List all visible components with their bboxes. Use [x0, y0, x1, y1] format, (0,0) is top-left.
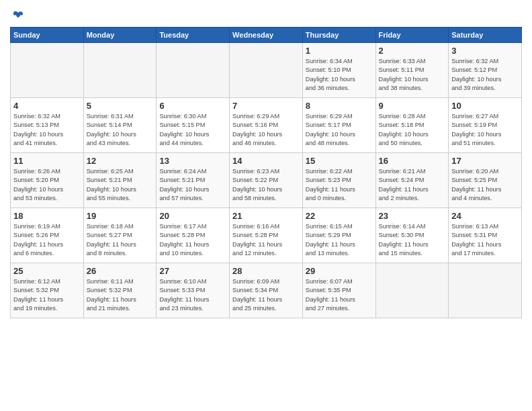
day-cell: 21Sunrise: 6:16 AM Sunset: 5:28 PM Dayli… [230, 208, 303, 263]
day-info: Sunrise: 6:17 AM Sunset: 5:28 PM Dayligh… [159, 222, 226, 258]
day-cell: 23Sunrise: 6:14 AM Sunset: 5:30 PM Dayli… [375, 208, 449, 263]
day-info: Sunrise: 6:18 AM Sunset: 5:27 PM Dayligh… [87, 222, 154, 258]
day-cell [11, 43, 84, 98]
day-info: Sunrise: 6:27 AM Sunset: 5:19 PM Dayligh… [451, 112, 519, 148]
week-row-2: 4Sunrise: 6:32 AM Sunset: 5:13 PM Daylig… [11, 98, 522, 153]
header-cell-monday: Monday [83, 28, 157, 43]
day-cell: 6Sunrise: 6:30 AM Sunset: 5:15 PM Daylig… [157, 98, 230, 153]
header-cell-saturday: Saturday [449, 28, 522, 43]
day-number: 4 [13, 101, 81, 111]
day-number: 21 [232, 211, 300, 221]
day-number: 26 [87, 266, 154, 276]
day-cell: 27Sunrise: 6:10 AM Sunset: 5:33 PM Dayli… [157, 263, 230, 318]
day-info: Sunrise: 6:21 AM Sunset: 5:24 PM Dayligh… [379, 167, 446, 203]
day-info: Sunrise: 6:32 AM Sunset: 5:12 PM Dayligh… [451, 57, 519, 93]
day-info: Sunrise: 6:13 AM Sunset: 5:31 PM Dayligh… [451, 222, 519, 258]
day-cell: 26Sunrise: 6:11 AM Sunset: 5:32 PM Dayli… [83, 263, 157, 318]
day-number: 20 [159, 211, 226, 221]
day-cell: 13Sunrise: 6:24 AM Sunset: 5:21 PM Dayli… [157, 153, 230, 208]
day-cell: 28Sunrise: 6:09 AM Sunset: 5:34 PM Dayli… [230, 263, 303, 318]
day-number: 25 [13, 266, 81, 276]
day-cell: 17Sunrise: 6:20 AM Sunset: 5:25 PM Dayli… [449, 153, 522, 208]
day-number: 18 [13, 211, 81, 221]
day-info: Sunrise: 6:30 AM Sunset: 5:15 PM Dayligh… [159, 112, 226, 148]
day-cell: 24Sunrise: 6:13 AM Sunset: 5:31 PM Dayli… [449, 208, 522, 263]
day-number: 9 [379, 101, 446, 111]
day-cell: 2Sunrise: 6:33 AM Sunset: 5:11 PM Daylig… [375, 43, 449, 98]
day-number: 13 [159, 156, 226, 166]
day-number: 8 [306, 101, 373, 111]
day-number: 1 [306, 46, 373, 56]
day-number: 3 [451, 46, 519, 56]
header-cell-sunday: Sunday [11, 28, 84, 43]
page-container: SundayMondayTuesdayWednesdayThursdayFrid… [0, 0, 532, 322]
day-info: Sunrise: 6:34 AM Sunset: 5:10 PM Dayligh… [306, 57, 373, 93]
day-info: Sunrise: 6:31 AM Sunset: 5:14 PM Dayligh… [87, 112, 154, 148]
header-row: SundayMondayTuesdayWednesdayThursdayFrid… [11, 28, 522, 43]
day-info: Sunrise: 6:29 AM Sunset: 5:16 PM Dayligh… [232, 112, 300, 148]
day-cell [375, 263, 449, 318]
day-cell: 14Sunrise: 6:23 AM Sunset: 5:22 PM Dayli… [230, 153, 303, 208]
day-info: Sunrise: 6:20 AM Sunset: 5:25 PM Dayligh… [451, 167, 519, 203]
day-info: Sunrise: 6:11 AM Sunset: 5:32 PM Dayligh… [87, 277, 154, 313]
logo [10, 9, 25, 23]
day-cell: 9Sunrise: 6:28 AM Sunset: 5:18 PM Daylig… [375, 98, 449, 153]
day-cell: 25Sunrise: 6:12 AM Sunset: 5:32 PM Dayli… [11, 263, 84, 318]
day-number: 15 [306, 156, 373, 166]
day-number: 23 [379, 211, 446, 221]
day-number: 22 [306, 211, 373, 221]
calendar-header: SundayMondayTuesdayWednesdayThursdayFrid… [11, 28, 522, 43]
day-number: 6 [159, 101, 226, 111]
week-row-4: 18Sunrise: 6:19 AM Sunset: 5:26 PM Dayli… [11, 208, 522, 263]
header-cell-thursday: Thursday [302, 28, 375, 43]
day-info: Sunrise: 6:12 AM Sunset: 5:32 PM Dayligh… [13, 277, 81, 313]
day-number: 5 [87, 101, 154, 111]
day-info: Sunrise: 6:10 AM Sunset: 5:33 PM Dayligh… [159, 277, 226, 313]
day-info: Sunrise: 6:24 AM Sunset: 5:21 PM Dayligh… [159, 167, 226, 203]
day-cell: 7Sunrise: 6:29 AM Sunset: 5:16 PM Daylig… [230, 98, 303, 153]
day-number: 14 [232, 156, 300, 166]
day-cell: 10Sunrise: 6:27 AM Sunset: 5:19 PM Dayli… [449, 98, 522, 153]
week-row-1: 1Sunrise: 6:34 AM Sunset: 5:10 PM Daylig… [11, 43, 522, 98]
day-number: 24 [451, 211, 519, 221]
day-cell: 29Sunrise: 6:07 AM Sunset: 5:35 PM Dayli… [302, 263, 375, 318]
day-info: Sunrise: 6:09 AM Sunset: 5:34 PM Dayligh… [232, 277, 300, 313]
day-info: Sunrise: 6:19 AM Sunset: 5:26 PM Dayligh… [13, 222, 81, 258]
day-info: Sunrise: 6:32 AM Sunset: 5:13 PM Dayligh… [13, 112, 81, 148]
day-number: 12 [87, 156, 154, 166]
day-cell: 19Sunrise: 6:18 AM Sunset: 5:27 PM Dayli… [83, 208, 157, 263]
day-cell: 18Sunrise: 6:19 AM Sunset: 5:26 PM Dayli… [11, 208, 84, 263]
week-row-3: 11Sunrise: 6:26 AM Sunset: 5:20 PM Dayli… [11, 153, 522, 208]
day-cell: 16Sunrise: 6:21 AM Sunset: 5:24 PM Dayli… [375, 153, 449, 208]
header-cell-wednesday: Wednesday [230, 28, 303, 43]
logo-bird-icon [11, 9, 25, 23]
day-cell [230, 43, 303, 98]
day-cell: 3Sunrise: 6:32 AM Sunset: 5:12 PM Daylig… [449, 43, 522, 98]
header [10, 7, 522, 23]
day-cell: 1Sunrise: 6:34 AM Sunset: 5:10 PM Daylig… [302, 43, 375, 98]
day-cell: 5Sunrise: 6:31 AM Sunset: 5:14 PM Daylig… [83, 98, 157, 153]
day-info: Sunrise: 6:33 AM Sunset: 5:11 PM Dayligh… [379, 57, 446, 93]
day-cell: 15Sunrise: 6:22 AM Sunset: 5:23 PM Dayli… [302, 153, 375, 208]
day-info: Sunrise: 6:14 AM Sunset: 5:30 PM Dayligh… [379, 222, 446, 258]
day-info: Sunrise: 6:23 AM Sunset: 5:22 PM Dayligh… [232, 167, 300, 203]
calendar-body: 1Sunrise: 6:34 AM Sunset: 5:10 PM Daylig… [11, 43, 522, 318]
header-cell-friday: Friday [375, 28, 449, 43]
day-info: Sunrise: 6:29 AM Sunset: 5:17 PM Dayligh… [306, 112, 373, 148]
day-cell [157, 43, 230, 98]
day-number: 7 [232, 101, 300, 111]
day-cell [83, 43, 157, 98]
day-info: Sunrise: 6:07 AM Sunset: 5:35 PM Dayligh… [306, 277, 373, 313]
day-number: 27 [159, 266, 226, 276]
day-info: Sunrise: 6:16 AM Sunset: 5:28 PM Dayligh… [232, 222, 300, 258]
day-cell: 11Sunrise: 6:26 AM Sunset: 5:20 PM Dayli… [11, 153, 84, 208]
day-cell: 4Sunrise: 6:32 AM Sunset: 5:13 PM Daylig… [11, 98, 84, 153]
day-number: 10 [451, 101, 519, 111]
day-cell: 20Sunrise: 6:17 AM Sunset: 5:28 PM Dayli… [157, 208, 230, 263]
day-number: 29 [306, 266, 373, 276]
day-info: Sunrise: 6:22 AM Sunset: 5:23 PM Dayligh… [306, 167, 373, 203]
day-cell: 22Sunrise: 6:15 AM Sunset: 5:29 PM Dayli… [302, 208, 375, 263]
day-info: Sunrise: 6:26 AM Sunset: 5:20 PM Dayligh… [13, 167, 81, 203]
day-cell [449, 263, 522, 318]
week-row-5: 25Sunrise: 6:12 AM Sunset: 5:32 PM Dayli… [11, 263, 522, 318]
